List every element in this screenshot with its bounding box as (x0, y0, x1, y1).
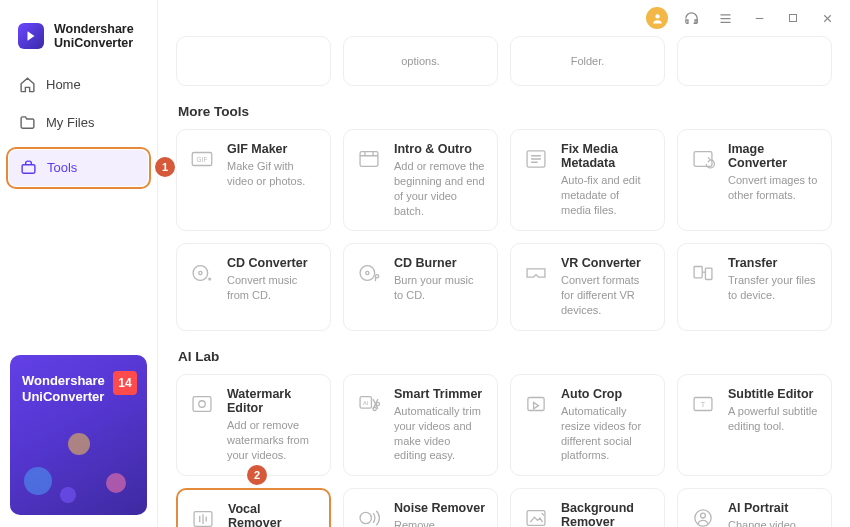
sidebar-tools-highlight: Tools 1 (6, 147, 151, 189)
svg-point-27 (701, 513, 706, 518)
promo-decoration-icon (68, 433, 90, 455)
svg-point-11 (366, 272, 369, 275)
sidebar-item-home[interactable]: Home (8, 67, 149, 103)
svg-point-8 (193, 266, 208, 281)
card-desc: A powerful subtitle editing tool. (728, 404, 819, 434)
tool-card-background-remover[interactable]: Background Remover Automatically remove … (510, 488, 665, 527)
card-title: Image Converter (728, 142, 819, 170)
svg-rect-5 (360, 152, 378, 167)
card-title: CD Burner (394, 256, 485, 270)
card-desc: Automatically trim your videos and make … (394, 404, 485, 463)
card-title: Auto Crop (561, 387, 652, 401)
disc-convert-icon (187, 258, 217, 288)
sidebar: Wondershare UniConverter Home My Files (0, 0, 158, 527)
partial-card[interactable]: options. (343, 36, 498, 86)
tool-card-auto-crop[interactable]: Auto Crop Automatically resize videos fo… (510, 374, 665, 476)
callout-badge-1: 1 (155, 157, 175, 177)
tool-card-gif-maker[interactable]: GIF GIF Maker Make Gif with video or pho… (176, 129, 331, 231)
gif-icon: GIF (187, 144, 217, 174)
promo-decoration-icon (24, 467, 52, 495)
tool-card-fix-metadata[interactable]: Fix Media Metadata Auto-fix and edit met… (510, 129, 665, 231)
content-scroll[interactable]: options. Folder. More Tools GIF GIF Make… (158, 36, 850, 527)
callout-badge-2: 2 (247, 465, 267, 485)
card-desc: Add or remove the beginning and end of y… (394, 159, 485, 218)
tool-card-vr-converter[interactable]: VR Converter Convert formats for differe… (510, 243, 665, 331)
promo-version-badge: 14 (113, 371, 137, 395)
sidebar-item-label: My Files (46, 115, 94, 130)
titlebar (158, 0, 850, 36)
card-desc: Add or remove watermarks from your video… (227, 418, 318, 463)
card-title: CD Converter (227, 256, 318, 270)
card-title: GIF Maker (227, 142, 318, 156)
tool-card-ai-portrait[interactable]: AI Portrait Change video background with… (677, 488, 832, 527)
tool-card-intro-outro[interactable]: Intro & Outro Add or remove the beginnin… (343, 129, 498, 231)
close-icon[interactable] (816, 7, 838, 29)
film-edit-icon (354, 144, 384, 174)
svg-rect-2 (790, 15, 797, 22)
toolbox-icon (19, 159, 37, 177)
tool-card-smart-trimmer[interactable]: AI Smart Trimmer Automatically trim your… (343, 374, 498, 476)
partial-card[interactable] (677, 36, 832, 86)
vocal-icon (188, 504, 218, 527)
card-title: Transfer (728, 256, 819, 270)
top-partial-row: options. Folder. (176, 36, 832, 86)
card-title: Watermark Editor (227, 387, 318, 415)
card-desc: Change video background with AI. (728, 518, 819, 527)
user-avatar-icon[interactable] (646, 7, 668, 29)
svg-point-24 (360, 513, 371, 524)
sidebar-item-files[interactable]: My Files (8, 105, 149, 141)
transfer-icon (688, 258, 718, 288)
promo-line2: UniConverter (22, 389, 105, 405)
portrait-icon (688, 503, 718, 527)
brand: Wondershare UniConverter (0, 12, 157, 67)
card-title: AI Portrait (728, 501, 819, 515)
partial-card[interactable]: Folder. (510, 36, 665, 86)
card-desc: Burn your music to CD. (394, 273, 485, 303)
tool-card-vocal-remover[interactable]: Vocal Remover Automatically separate voc… (176, 488, 331, 527)
card-desc: Convert images to other formats. (728, 173, 819, 203)
card-title: Noise Remover (394, 501, 485, 515)
folder-icon (18, 114, 36, 132)
card-desc: Remove background noise from video/audio… (394, 518, 485, 527)
home-icon (18, 76, 36, 94)
tool-card-noise-remover[interactable]: Noise Remover Remove background noise fr… (343, 488, 498, 527)
promo-card[interactable]: Wondershare UniConverter 14 (10, 355, 147, 515)
sidebar-nav: Home My Files Tools 1 (0, 67, 157, 193)
svg-rect-14 (193, 397, 211, 412)
ai-lab-grid: Watermark Editor Add or remove watermark… (176, 374, 832, 527)
svg-text:GIF: GIF (197, 156, 208, 163)
partial-card-text: Folder. (571, 54, 605, 68)
noise-icon (354, 503, 384, 527)
tool-card-transfer[interactable]: Transfer Transfer your files to device. (677, 243, 832, 331)
brand-logo-icon (18, 23, 44, 49)
promo-line1: Wondershare (22, 373, 105, 389)
card-desc: Convert formats for different VR devices… (561, 273, 652, 318)
section-header-ai-lab: AI Lab (178, 349, 830, 364)
svg-rect-13 (705, 269, 712, 280)
tool-card-watermark-editor[interactable]: Watermark Editor Add or remove watermark… (176, 374, 331, 476)
minimize-icon[interactable] (748, 7, 770, 29)
brand-text: Wondershare UniConverter (54, 22, 134, 51)
partial-card[interactable] (176, 36, 331, 86)
promo-decoration-icon (60, 487, 76, 503)
sidebar-item-tools[interactable]: Tools (9, 150, 148, 186)
card-desc: Convert music from CD. (227, 273, 318, 303)
svg-text:T: T (701, 400, 706, 409)
svg-point-10 (360, 266, 375, 281)
menu-icon[interactable] (714, 7, 736, 29)
maximize-icon[interactable] (782, 7, 804, 29)
disc-burn-icon (354, 258, 384, 288)
card-desc: Make Gif with video or photos. (227, 159, 318, 189)
sidebar-item-label: Home (46, 77, 81, 92)
subtitle-icon: T (688, 389, 718, 419)
tool-card-image-converter[interactable]: Image Converter Convert images to other … (677, 129, 832, 231)
svg-rect-12 (694, 267, 702, 278)
card-title: Intro & Outro (394, 142, 485, 156)
svg-point-15 (199, 401, 206, 408)
support-icon[interactable] (680, 7, 702, 29)
tool-card-cd-converter[interactable]: CD Converter Convert music from CD. (176, 243, 331, 331)
tool-card-cd-burner[interactable]: CD Burner Burn your music to CD. (343, 243, 498, 331)
tool-card-subtitle-editor[interactable]: T Subtitle Editor A powerful subtitle ed… (677, 374, 832, 476)
more-tools-grid: GIF GIF Maker Make Gif with video or pho… (176, 129, 832, 331)
card-title: Smart Trimmer (394, 387, 485, 401)
